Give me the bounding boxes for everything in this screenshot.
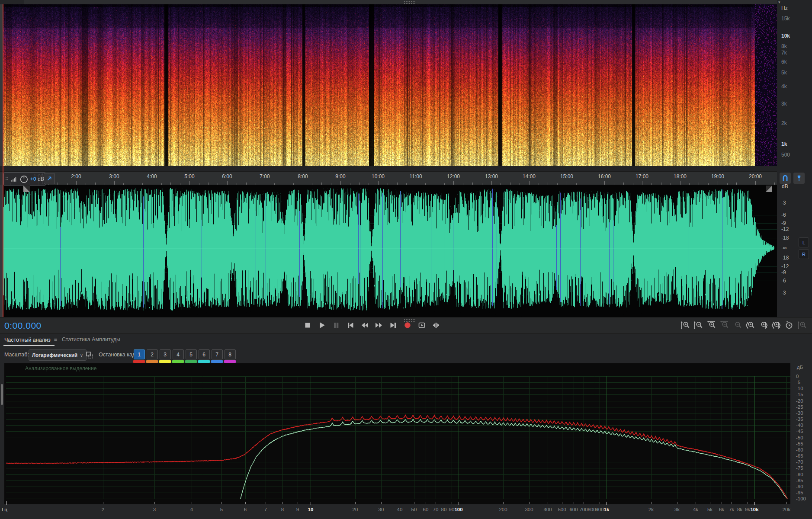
hold-frame-button[interactable]: 5	[186, 349, 197, 359]
goto-start-button[interactable]	[344, 320, 356, 331]
playhead[interactable]	[3, 4, 3, 317]
freq-axis-tick	[154, 502, 155, 504]
freq-axis-label: 30	[379, 507, 384, 512]
freq-axis-label: 700	[579, 507, 587, 512]
freq-axis-label: 3	[153, 507, 156, 512]
freq-axis-tick	[503, 502, 504, 504]
freq-axis-tick	[562, 502, 562, 504]
restore-zoom-button[interactable]	[783, 320, 795, 331]
hud-grip[interactable]	[5, 177, 9, 181]
timeline-ruler[interactable]: 1:002:003:004:005:006:007:008:009:0010:0…	[0, 171, 777, 185]
zoom-to-selection-button[interactable]	[770, 320, 782, 331]
freq-axis-tick	[710, 502, 710, 504]
rewind-button[interactable]	[359, 320, 371, 331]
goto-end-button[interactable]	[387, 320, 399, 331]
db-axis-label: -65	[796, 453, 803, 458]
freq-scale-label: 1k	[781, 141, 787, 147]
freq-scale-label: 8k	[781, 43, 787, 49]
channel-badge-L[interactable]: L	[799, 237, 809, 247]
gain-value[interactable]: +0	[30, 176, 36, 182]
scale-label: Масштаб:	[4, 352, 29, 358]
time-display[interactable]: 0:00.000	[4, 320, 42, 331]
record-button[interactable]	[401, 320, 414, 331]
freq-axis-label: 50	[411, 507, 417, 512]
freq-axis-tick	[584, 502, 584, 504]
scale-dropdown[interactable]: Логарифмический ∨	[29, 349, 87, 361]
hold-frame-2[interactable]: 2	[146, 349, 158, 363]
zoom-reset-button[interactable]	[731, 320, 743, 331]
hold-frame-color	[224, 360, 236, 363]
freq-axis-tick	[548, 502, 548, 504]
zoom-to-in-point-button[interactable]	[744, 320, 756, 331]
play-button[interactable]	[316, 320, 328, 331]
spectrogram-display[interactable]	[3, 4, 777, 166]
active-tab-underline	[3, 345, 55, 346]
fast-forward-button[interactable]	[373, 320, 385, 331]
copy-graph-button[interactable]	[85, 350, 94, 360]
hold-frame-button[interactable]: 4	[173, 349, 184, 359]
freq-scale-label: 7k	[781, 50, 787, 56]
snap-toggle-button[interactable]	[780, 173, 791, 184]
db-axis-label: -75	[796, 465, 803, 471]
vertical-zoom-out-button[interactable]	[692, 320, 704, 331]
freq-axis-tick	[607, 502, 607, 505]
freq-axis-label: 4k	[693, 507, 698, 512]
horizontal-zoom-out-button[interactable]	[718, 320, 730, 331]
hold-frame-7[interactable]: 7	[211, 349, 223, 363]
panel-grip[interactable]	[404, 1, 416, 4]
pause-button[interactable]	[330, 320, 342, 331]
waveform-db-unit-label: dB	[782, 183, 788, 189]
loop-playback-button[interactable]	[416, 320, 428, 331]
freq-axis-label: 40	[397, 507, 403, 512]
scale-menu-arrow-icon[interactable]: ▾	[778, 0, 780, 4]
rewind-icon	[360, 320, 369, 330]
zoom-to-out-point-button[interactable]	[757, 320, 769, 331]
ruler-tick	[604, 181, 605, 185]
full-zoom-button[interactable]	[796, 320, 808, 331]
freq-scale-label: 15k	[781, 16, 790, 22]
ruler-tick	[642, 181, 642, 185]
add-marker-button[interactable]	[793, 173, 805, 184]
full-zoom-icon	[797, 320, 807, 330]
db-axis-label: -95	[796, 490, 803, 495]
hold-frame-color	[159, 360, 171, 363]
loop-icon	[417, 320, 427, 330]
hold-frame-button[interactable]: 8	[225, 349, 236, 359]
skip-selection-button[interactable]	[430, 320, 442, 331]
hold-frame-button[interactable]: 2	[147, 349, 158, 359]
hold-frame-8[interactable]: 8	[224, 349, 236, 363]
selection-tool-button[interactable]	[44, 173, 55, 184]
db-axis-label: -100	[796, 496, 806, 501]
ruler-time-label: 6:00	[222, 173, 232, 179]
stop-button[interactable]	[302, 320, 314, 331]
hold-frame-6[interactable]: 6	[198, 349, 210, 363]
hold-frame-4[interactable]: 4	[172, 349, 184, 363]
hold-frame-3[interactable]: 3	[159, 349, 171, 363]
waveform-display[interactable]	[3, 185, 777, 317]
db-axis-label: -80	[796, 472, 803, 477]
hold-frame-1[interactable]: 1	[133, 349, 145, 363]
vertical-zoom-in-button[interactable]	[679, 320, 691, 331]
plot-scrollbar[interactable]	[1, 384, 3, 405]
channel-badge-R[interactable]: R	[799, 249, 809, 259]
freq-axis-label: 4	[190, 507, 193, 512]
fade-out-handle[interactable]	[766, 186, 772, 192]
db-axis-label: 0	[796, 374, 799, 379]
hold-frame-button[interactable]: 6	[199, 349, 210, 359]
horizontal-zoom-in-button[interactable]	[705, 320, 717, 331]
hold-frame-5[interactable]: 5	[185, 349, 197, 363]
hold-frame-color	[211, 360, 223, 363]
ruler-time-label: 11:00	[409, 173, 422, 179]
volume-knob[interactable]	[19, 175, 29, 184]
tab-amplitude-statistics[interactable]: Статистика Амплитуды	[62, 336, 120, 343]
hold-frame-button[interactable]: 7	[212, 349, 223, 359]
freq-scale-label: 3k	[781, 101, 787, 107]
panel-menu-icon[interactable]: ≡	[54, 336, 58, 343]
frequency-axis-strip	[0, 504, 812, 519]
tab-frequency-analysis[interactable]: Частотный анализ ≡	[4, 336, 57, 343]
fade-in-handle[interactable]	[23, 186, 30, 192]
freq-axis-tick	[677, 502, 677, 504]
hold-frame-button[interactable]: 3	[160, 349, 171, 359]
freq-axis-label: 90	[449, 507, 455, 512]
hold-frame-button[interactable]: 1	[134, 349, 145, 359]
